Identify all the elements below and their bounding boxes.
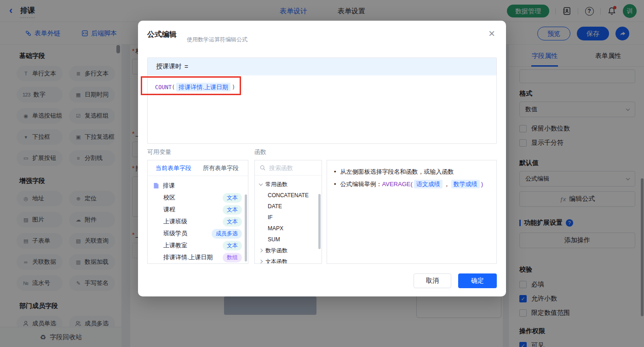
example-field-token: 语文成绩 — [414, 180, 443, 188]
formula-help-panel: •从左侧面板选择字段名和函数，或输入函数 •公式编辑举例：AVERAGE(语文成… — [327, 160, 497, 264]
tab-all-form-fields[interactable]: 所有表单字段 — [203, 164, 239, 172]
formula-target-bar: 授课课时 = — [148, 58, 496, 75]
variable-row[interactable]: 上课班级文本 — [148, 216, 248, 228]
form-node[interactable]: 排课 — [148, 180, 248, 192]
functions-panel: 常用函数 CONCATENATE DATE IF MAPX SUM 数学函数 文… — [254, 160, 322, 264]
function-item[interactable]: DATE — [255, 201, 322, 212]
variable-row[interactable]: 班级学员成员多选 — [148, 228, 248, 239]
function-search-input[interactable] — [269, 165, 315, 171]
chevron-right-icon — [259, 260, 263, 263]
search-icon — [259, 165, 266, 171]
variables-tabs: 当前表单字段 所有表单字段 — [148, 160, 248, 176]
function-search — [255, 160, 322, 176]
functions-scrollbar-thumb[interactable] — [318, 194, 321, 249]
chevron-down-icon — [259, 182, 263, 185]
cancel-button[interactable]: 取消 — [414, 273, 451, 288]
function-group-text[interactable]: 文本函数 — [255, 256, 322, 263]
annotation-box — [141, 76, 241, 95]
modal-footer: 取消 确定 — [414, 273, 497, 288]
variable-row[interactable]: 校区文本 — [148, 192, 248, 204]
type-badge: 文本 — [223, 217, 242, 227]
formula-editor-modal: 公式编辑 使用数学运算符编辑公式 × 授课课时 = COUNT(排课详情.上课日… — [138, 21, 506, 296]
type-badge: 文本 — [223, 241, 242, 250]
chevron-right-icon — [259, 249, 263, 252]
type-badge: 文本 — [223, 205, 242, 215]
variables-scrollbar-thumb[interactable] — [245, 194, 247, 262]
formula-editor: 授课课时 = COUNT(排课详情.上课日期) — [147, 57, 497, 144]
variable-row[interactable]: 课程文本 — [148, 204, 248, 216]
modal-subtitle: 使用数学运算符编辑公式 — [187, 36, 247, 44]
variable-row[interactable]: 排课详情.上课日期数组 — [148, 251, 248, 263]
variable-row[interactable]: 上课教室文本 — [148, 239, 248, 251]
function-item[interactable]: SUM — [255, 234, 322, 245]
variables-list: 排课 校区文本 课程文本 上课班级文本 班级学员成员多选 上课教室文本 排课详情… — [148, 176, 248, 263]
example-field-token: 数学成绩 — [451, 180, 480, 188]
close-icon[interactable]: × — [489, 28, 495, 39]
function-item[interactable]: IF — [255, 212, 322, 223]
help-tip-1: •从左侧面板选择字段名和函数，或输入函数 — [334, 165, 489, 178]
function-group-common[interactable]: 常用函数 — [255, 179, 322, 190]
form-doc-icon — [153, 182, 159, 189]
function-group-math[interactable]: 数学函数 — [255, 245, 322, 256]
type-badge: 文本 — [223, 193, 242, 203]
type-badge: 成员多选 — [212, 229, 242, 239]
type-badge: 数组 — [223, 253, 242, 262]
variables-label: 可用变量 — [147, 148, 171, 156]
function-item[interactable]: CONCATENATE — [255, 190, 322, 201]
confirm-button[interactable]: 确定 — [458, 273, 497, 288]
functions-label: 函数 — [254, 148, 266, 156]
modal-title: 公式编辑 — [147, 30, 177, 40]
function-tree: 常用函数 CONCATENATE DATE IF MAPX SUM 数学函数 文… — [255, 176, 322, 263]
variables-panel: 当前表单字段 所有表单字段 排课 校区文本 课程文本 上课班级文本 班级学员成员… — [147, 160, 248, 264]
example-function: AVERAGE( — [382, 181, 413, 188]
app-window: ‹ 排课 表单设计 表单设置 数据管理 ? — [0, 0, 644, 347]
tab-current-form-fields[interactable]: 当前表单字段 — [155, 164, 191, 172]
function-item[interactable]: MAPX — [255, 223, 322, 234]
help-tip-2: •公式编辑举例：AVERAGE(语文成绩，数学成绩) — [334, 178, 489, 190]
